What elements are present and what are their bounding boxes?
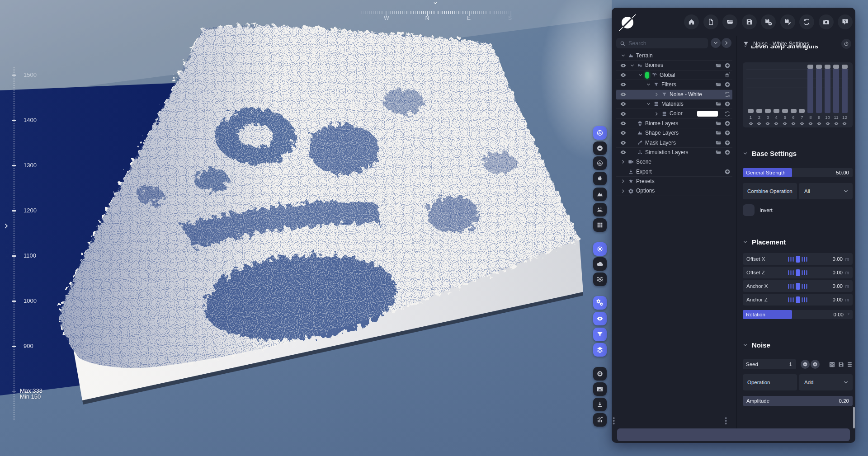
chevron-down-icon[interactable] [621,53,626,58]
level-bar-handle[interactable] [816,65,822,69]
dice-icon[interactable] [829,361,835,368]
tree-row-global[interactable]: Global [616,71,732,80]
tree-row-noise-white[interactable]: Noise - White [616,90,732,99]
visibility-eye-icon[interactable] [620,120,627,127]
visibility-eye-icon[interactable] [620,62,627,69]
level-bar-handle[interactable] [807,65,813,69]
view-terrain-outline-button[interactable] [593,156,607,170]
seed-input[interactable]: Seed 1 [743,359,796,369]
view-orbit-button[interactable] [593,126,607,140]
level-bar[interactable] [833,68,839,113]
view-erosion-button[interactable] [593,172,607,185]
seed-stack-icon[interactable] [846,361,853,368]
combine-operation-select[interactable]: All [799,183,853,199]
visibility-eye-icon[interactable] [620,139,627,146]
plus-circle-icon[interactable] [724,130,731,136]
toggle-layers-button[interactable] [593,343,607,357]
save-seed-icon[interactable] [838,361,844,368]
search-input[interactable]: Search [616,38,708,48]
toggle-simulation-button[interactable] [593,296,607,310]
anchor-x-field[interactable]: Anchor X0.00m [743,280,853,292]
visibility-eye-icon[interactable] [620,71,627,78]
view-biomes-button[interactable] [593,203,607,216]
chevron-down-icon[interactable] [638,72,643,77]
general-strength-slider[interactable]: General Strength 50.00 [743,168,853,177]
chevron-right-icon[interactable] [621,160,626,165]
level-bar-handle[interactable] [833,65,839,69]
level-bar-handle[interactable] [765,109,771,113]
plus-circle-icon[interactable] [724,120,731,127]
level-bar-handle[interactable] [774,109,779,113]
folder-icon[interactable] [715,62,722,69]
section-placement[interactable]: Placement [743,237,786,246]
level-bar-handle[interactable] [842,65,848,69]
tree-row-shape-layers[interactable]: Shape Layers [616,128,732,138]
plus-circle-icon[interactable] [724,169,731,175]
level-visibility-eye-icon[interactable] [756,121,762,126]
level-visibility-eye-icon[interactable] [791,121,796,126]
level-bar[interactable] [842,68,848,113]
chevron-down-icon[interactable] [630,63,635,68]
invert-checkbox[interactable] [743,204,755,216]
tree-row-biome-layers[interactable]: Biome Layers [616,119,732,128]
chevron-down-icon[interactable] [646,102,651,107]
plus-circle-icon[interactable] [724,140,731,146]
tree-row-color[interactable]: Color [616,109,732,118]
tree-row-biomes[interactable]: Biomes [616,61,732,70]
level-visibility-eye-icon[interactable] [842,121,847,126]
refresh-icon[interactable] [724,111,731,117]
amplitude-slider[interactable]: Amplitude 0.20 [743,396,853,406]
plus-circle-icon[interactable] [724,81,731,88]
plus-circle-icon[interactable] [724,62,731,69]
seed-increment-button[interactable] [811,360,820,369]
level-visibility-eye-icon[interactable] [765,121,770,126]
level-bar-handle[interactable] [756,109,762,113]
export-download-button[interactable] [593,398,607,411]
tree-row-filters[interactable]: Filters [616,80,732,89]
level-bar[interactable] [816,68,822,113]
visibility-eye-icon[interactable] [620,91,627,98]
home-button[interactable] [684,14,699,29]
tree-row-presets[interactable]: Presets [616,177,732,186]
drag-stripes[interactable] [788,294,808,306]
layers-star-icon[interactable] [724,72,731,78]
toggle-water-button[interactable] [593,273,607,286]
chevron-right-icon[interactable] [621,179,626,184]
level-visibility-eye-icon[interactable] [748,121,754,126]
tree-row-options[interactable]: Options [616,186,732,196]
open-project-button[interactable] [722,14,737,29]
folder-icon[interactable] [715,101,722,107]
drag-stripes[interactable] [788,267,808,278]
search-next-button[interactable] [722,38,731,48]
level-bar-handle[interactable] [748,109,754,113]
visibility-eye-icon[interactable] [620,81,627,88]
level-bar-handle[interactable] [782,109,788,113]
refresh-icon[interactable] [724,91,731,98]
level-visibility-eye-icon[interactable] [782,121,788,126]
level-bar-handle[interactable] [791,109,797,113]
tree-row-materials[interactable]: Materials [616,99,732,109]
visibility-eye-icon[interactable] [620,101,627,108]
section-noise[interactable]: Noise [743,340,770,349]
render-image-button[interactable] [593,382,607,396]
compass[interactable]: WNES [361,6,514,22]
level-bar[interactable] [825,68,830,113]
folder-icon[interactable] [715,81,722,88]
chevron-right-icon[interactable] [654,111,659,116]
anchor-z-field[interactable]: Anchor Z0.00m [743,294,853,306]
level-bar[interactable] [807,68,813,113]
tree-row-export[interactable]: Export [616,167,732,177]
app-logo-icon[interactable] [618,12,638,33]
folder-icon[interactable] [715,149,722,155]
panel-resize-grip[interactable]: ●●● [613,417,614,425]
level-visibility-eye-icon[interactable] [799,121,805,126]
operation-select[interactable]: Add [799,374,853,390]
collapse-all-button[interactable] [711,38,721,48]
plus-circle-icon[interactable] [724,101,731,107]
chevron-right-icon[interactable] [654,92,659,97]
toggle-filters-button[interactable] [593,328,607,341]
tree-row-scene[interactable]: Scene [616,157,732,167]
toggle-sun-button[interactable] [593,242,607,256]
toggle-visibility-button[interactable] [593,312,607,325]
section-base-settings[interactable]: Base Settings [743,149,797,158]
